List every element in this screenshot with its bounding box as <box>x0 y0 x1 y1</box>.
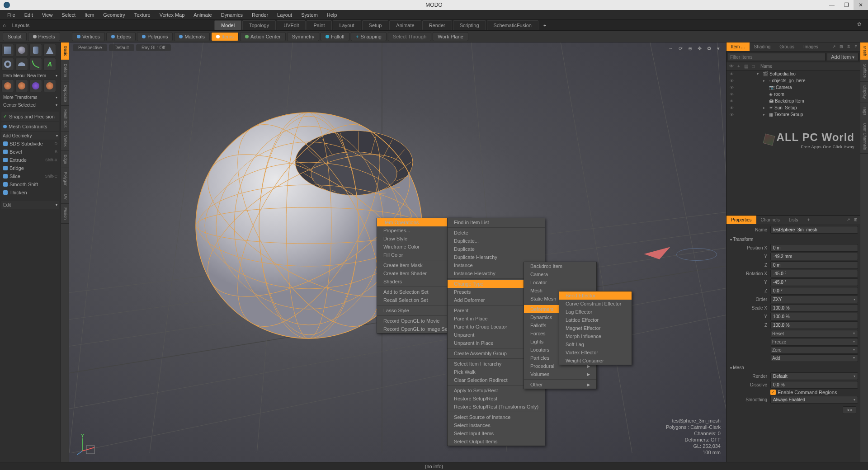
viewport-nav-5[interactable]: ▾ <box>714 44 722 52</box>
menu-item-lag-effector[interactable]: Lag Effector <box>559 308 632 316</box>
tree-header-icon-0[interactable]: 👁 <box>728 64 735 69</box>
transform-scale-button[interactable] <box>29 80 42 92</box>
side-tab-fusion[interactable]: Fusion <box>61 204 69 224</box>
panel-tab-icon-1[interactable]: ⊞ <box>838 43 844 50</box>
rotation-z-field[interactable]: 0.0 ° <box>770 287 858 295</box>
menu-geometry[interactable]: Geometry <box>99 10 129 20</box>
panel-tab-images[interactable]: Images <box>799 42 823 51</box>
viewport-nav-2[interactable]: ⊕ <box>686 44 694 52</box>
tool-smooth-shift[interactable]: Smooth Shift <box>1 180 59 188</box>
menu-item-restore-setup-rest-transforms-only-[interactable]: Restore Setup/Rest (Transforms Only) <box>448 403 545 411</box>
layouts-dropdown[interactable]: Layouts <box>9 22 33 29</box>
transform-uniform-button[interactable] <box>43 80 56 92</box>
falloff-button[interactable]: Falloff <box>321 32 349 41</box>
side-tab-edge[interactable]: Edge <box>61 151 69 168</box>
menu-item-volumes[interactable]: Volumes▶ <box>524 370 596 378</box>
right-side-tab-tags[interactable]: Tags <box>860 103 868 119</box>
primitive-hemisphere-button[interactable] <box>15 58 28 70</box>
layout-tab-topology[interactable]: Topology <box>242 20 276 30</box>
props-tab-icon-0[interactable]: ↗ <box>845 216 852 223</box>
menu-system[interactable]: System <box>297 10 322 20</box>
transform-section[interactable]: Transform <box>728 235 858 243</box>
center-selected-dropdown[interactable]: Center Selected <box>1 101 59 109</box>
tree-row-objects-go-here[interactable]: 👁▸▫objects_go_here <box>726 77 860 84</box>
tool-bevel[interactable]: BevelB <box>1 148 59 156</box>
viewport-pill-perspective[interactable]: Perspective <box>73 44 107 51</box>
right-side-tab-mesh[interactable]: Mesh <box>860 42 868 60</box>
menu-item-duplicate-hierarchy[interactable]: Duplicate Hierarchy <box>448 253 545 261</box>
transform-move-button[interactable] <box>1 80 14 92</box>
panel-tab-shading[interactable]: Shading <box>750 42 775 51</box>
menu-item-other[interactable]: Other▶ <box>524 381 596 389</box>
menu-item[interactable]: Item <box>80 10 99 20</box>
tree-row-texture-group[interactable]: 👁▸▦Texture Group <box>726 111 860 118</box>
menu-select[interactable]: Select <box>57 10 80 20</box>
freeze-button[interactable]: Freeze <box>771 338 858 346</box>
vertices-button[interactable]: Vertices <box>72 32 105 41</box>
menu-item-locator[interactable]: Locator <box>524 278 596 287</box>
side-tab-polygon[interactable]: Polygon <box>61 168 69 191</box>
tree-row-backdrop-item[interactable]: 👁🏔Backdrop Item <box>726 98 860 104</box>
edit-dropdown[interactable]: Edit <box>1 201 59 209</box>
viewport-nav-1[interactable]: ⟳ <box>676 44 684 52</box>
primitive-cone-button[interactable] <box>43 44 56 56</box>
layout-tab-animate[interactable]: Animate <box>389 20 421 30</box>
panel-tab-item[interactable]: Item ... <box>726 42 750 51</box>
layout-tab-uvedit[interactable]: UVEdit <box>277 20 306 30</box>
edges-button[interactable]: Edges <box>106 32 136 41</box>
viewport-3d[interactable]: PerspectiveDefaultRay GL: Off ↔⟳⊕✥✿▾ <box>69 42 726 462</box>
mesh-section[interactable]: Mesh <box>728 364 858 371</box>
panel-tab-icon-3[interactable]: F <box>853 43 859 50</box>
panel-tab-groups[interactable]: Groups <box>775 42 799 51</box>
scale-x-field[interactable]: 100.0 % <box>770 304 858 312</box>
tree-header-icon-3[interactable]: □ <box>750 64 757 69</box>
presets-button[interactable]: Presets <box>28 32 60 41</box>
minimize-button[interactable]: — <box>825 0 839 10</box>
panel-tab-icon-2[interactable]: S <box>845 43 852 50</box>
position-y-field[interactable]: -49.2 mm <box>770 253 858 260</box>
side-tab-vertex[interactable]: Vertex <box>61 132 69 151</box>
layout-tab-render[interactable]: Render <box>422 20 452 30</box>
props-tab-channels[interactable]: Channels <box>756 216 784 224</box>
panel-tab-icon-0[interactable]: ↗ <box>831 43 837 50</box>
polygons-button[interactable]: Polygons <box>137 32 173 41</box>
side-tab-duplicate[interactable]: Duplicate <box>61 81 69 106</box>
viewport-nav-3[interactable]: ✥ <box>695 44 703 52</box>
primitive-cylinder-button[interactable] <box>29 44 42 56</box>
home-icon[interactable]: ⌂ <box>3 23 6 28</box>
tool-sds-subdivide[interactable]: SDS SubdivideD <box>1 140 59 148</box>
layout-tab-model[interactable]: Model <box>214 20 241 30</box>
select-through-button[interactable]: Select Through <box>388 32 431 41</box>
right-side-tab-user-channels[interactable]: User Channels <box>860 119 868 154</box>
menu-item-backdrop-item[interactable]: Backdrop Item <box>524 262 596 270</box>
dissolve-field[interactable]: 0.0 % <box>770 381 858 389</box>
menu-layout[interactable]: Layout <box>273 10 297 20</box>
tool-bridge[interactable]: Bridge <box>1 164 59 172</box>
layout-tab-schematicfusion[interactable]: SchematicFusion <box>487 20 538 30</box>
layout-tab-scripting[interactable]: Scripting <box>453 20 486 30</box>
viewport-pill-default[interactable]: Default <box>109 44 134 51</box>
layout-tab-setup[interactable]: Setup <box>362 20 389 30</box>
primitive-sphere-button[interactable] <box>15 44 28 56</box>
name-field[interactable]: testSphere_3m_mesh <box>770 226 858 234</box>
tool-slice[interactable]: SliceShift-C <box>1 172 59 180</box>
viewport-nav-4[interactable]: ✿ <box>705 44 713 52</box>
props-tab-lists[interactable]: Lists <box>784 216 803 224</box>
menu-item-soft-lag[interactable]: Soft Lag <box>559 340 632 348</box>
primitive-curve-button[interactable] <box>29 58 42 70</box>
tree-header-icon-1[interactable]: + <box>735 64 742 69</box>
order-dropdown[interactable]: ZXY <box>770 296 858 303</box>
axis-widget-icon[interactable]: Y <box>75 433 98 456</box>
side-tab-uv[interactable]: UV <box>61 190 69 204</box>
menu-animate[interactable]: Animate <box>189 10 216 20</box>
primitive-text-button[interactable]: A <box>43 58 56 70</box>
menu-item-lattice-effector[interactable]: Lattice Effector <box>559 316 632 324</box>
filter-items-input[interactable] <box>728 53 826 61</box>
right-side-tab-surface[interactable]: Surface <box>860 60 868 82</box>
primitive-torus-button[interactable] <box>1 58 14 70</box>
materials-button[interactable]: Materials <box>174 32 210 41</box>
layout-tab-layout[interactable]: Layout <box>333 20 361 30</box>
maximize-button[interactable]: ❐ <box>839 0 854 10</box>
menu-help[interactable]: Help <box>322 10 342 20</box>
items-button[interactable]: Items <box>211 32 239 41</box>
